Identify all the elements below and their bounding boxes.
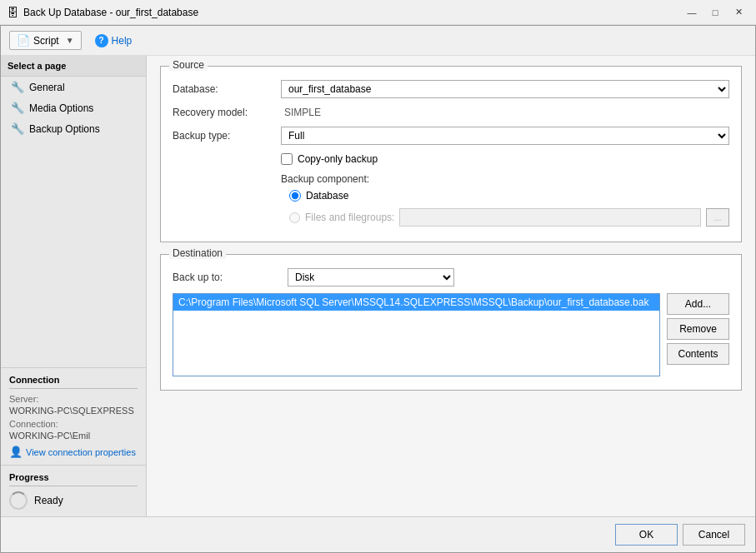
ok-button[interactable]: OK <box>615 524 678 546</box>
script-dropdown-arrow: ▼ <box>66 36 74 45</box>
add-button[interactable]: Add... <box>667 293 729 315</box>
media-options-icon: 🔧 <box>11 102 24 114</box>
backup-to-select[interactable]: Disk URL <box>288 268 454 286</box>
recovery-model-value: SIMPLE <box>281 105 324 120</box>
progress-status-text: Ready <box>34 495 63 506</box>
sidebar-item-media-options[interactable]: 🔧 Media Options <box>1 97 146 118</box>
connection-link-icon: 👤 <box>9 446 23 458</box>
destination-group: Destination Back up to: Disk URL <box>160 254 742 391</box>
backup-to-label: Back up to: <box>173 272 281 283</box>
destination-buttons: Add... Remove Contents <box>667 293 729 380</box>
backup-type-select[interactable]: Full Differential Transaction Log <box>281 127 729 145</box>
contents-button[interactable]: Contents <box>667 343 729 365</box>
server-value: WORKING-PC\SQLEXPRESS <box>9 406 134 416</box>
backup-to-row: Back up to: Disk URL <box>173 268 729 286</box>
sidebar-item-label-backup-options: Backup Options <box>29 123 100 135</box>
backup-type-row: Backup type: Full Differential Transacti… <box>173 127 729 145</box>
connection-title: Connection <box>9 375 138 389</box>
connection-label: Connection: <box>9 419 58 429</box>
title-bar-title: Back Up Database - our_first_database <box>23 7 198 18</box>
help-button[interactable]: ? Help <box>88 32 139 50</box>
connection-section: Connection Server: WORKING-PC\SQLEXPRESS… <box>1 367 146 465</box>
destination-list-container: C:\Program Files\Microsoft SQL Server\MS… <box>173 293 660 380</box>
destination-list[interactable]: C:\Program Files\Microsoft SQL Server\MS… <box>173 293 660 376</box>
toolbar: 📄 Script ▼ ? Help <box>1 26 755 56</box>
dialog: 📄 Script ▼ ? Help Select a page 🔧 Genera… <box>0 25 756 553</box>
copy-only-label: Copy-only backup <box>298 153 378 165</box>
server-value-row: WORKING-PC\SQLEXPRESS <box>9 406 138 416</box>
server-label: Server: <box>9 394 38 404</box>
connection-link-label: View connection properties <box>26 447 136 457</box>
server-label-row: Server: <box>9 394 138 404</box>
backup-options-icon: 🔧 <box>11 122 24 135</box>
connection-value-row: WORKING-PC\Emil <box>9 431 138 441</box>
remove-button[interactable]: Remove <box>667 318 729 340</box>
progress-title: Progress <box>9 472 138 486</box>
main-panel: Source Database: our_first_database Re <box>147 56 755 516</box>
recovery-model-label: Recovery model: <box>173 107 281 118</box>
connection-value: WORKING-PC\Emil <box>9 431 90 441</box>
copy-only-row: Copy-only backup <box>173 153 729 165</box>
maximize-button[interactable]: □ <box>704 4 726 21</box>
backup-component-label: Backup component: <box>173 173 729 185</box>
progress-status-row: Ready <box>9 491 138 510</box>
title-bar: 🗄 Back Up Database - our_first_database … <box>0 0 756 25</box>
minimize-button[interactable]: — <box>681 4 703 21</box>
destination-area: C:\Program Files\Microsoft SQL Server\MS… <box>173 293 729 380</box>
script-button[interactable]: 📄 Script ▼ <box>9 31 82 50</box>
progress-section: Progress Ready <box>1 465 146 516</box>
backup-type-control: Full Differential Transaction Log <box>281 127 729 145</box>
files-browse-button[interactable]: ... <box>706 208 729 227</box>
sidebar-item-general[interactable]: 🔧 General <box>1 77 146 97</box>
sidebar-section-title: Select a page <box>1 56 146 77</box>
general-icon: 🔧 <box>11 81 24 93</box>
files-radio[interactable] <box>289 212 300 223</box>
backup-type-label: Backup type: <box>173 130 281 142</box>
sidebar-item-label-media-options: Media Options <box>29 102 93 114</box>
files-radio-row: Files and filegroups: ... <box>173 208 729 227</box>
database-radio[interactable] <box>289 190 301 202</box>
help-label: Help <box>112 35 133 47</box>
source-group-title: Source <box>169 59 208 71</box>
sidebar-item-label-general: General <box>29 82 65 93</box>
files-radio-label: Files and filegroups: <box>305 212 394 223</box>
recovery-model-row: Recovery model: SIMPLE <box>173 107 729 118</box>
recovery-model-control: SIMPLE <box>281 107 729 118</box>
bottom-bar: OK Cancel <box>1 516 755 552</box>
view-connection-properties-link[interactable]: 👤 View connection properties <box>9 446 138 458</box>
source-group: Source Database: our_first_database Re <box>160 66 742 242</box>
sidebar-item-backup-options[interactable]: 🔧 Backup Options <box>1 118 146 139</box>
copy-only-checkbox[interactable] <box>281 153 293 165</box>
database-radio-row: Database <box>173 190 729 202</box>
source-group-content: Database: our_first_database Recovery mo… <box>161 67 741 242</box>
destination-group-title: Destination <box>169 247 226 259</box>
help-icon: ? <box>95 34 108 47</box>
script-icon: 📄 <box>17 34 30 47</box>
files-input <box>399 208 701 227</box>
database-row: Database: our_first_database <box>173 80 729 98</box>
app-icon: 🗄 <box>7 6 18 19</box>
progress-spinner <box>9 491 28 510</box>
script-label: Script <box>33 35 59 47</box>
connection-label-row: Connection: <box>9 419 138 429</box>
sidebar: Select a page 🔧 General 🔧 Media Options … <box>1 56 147 516</box>
database-control: our_first_database <box>281 80 729 98</box>
database-radio-label: Database <box>306 190 348 202</box>
close-button[interactable]: ✕ <box>728 4 749 21</box>
cancel-button[interactable]: Cancel <box>683 524 745 546</box>
destination-content: Back up to: Disk URL C:\Program Files\Mi… <box>161 255 741 390</box>
database-select[interactable]: our_first_database <box>281 80 729 98</box>
destination-list-item[interactable]: C:\Program Files\Microsoft SQL Server\MS… <box>173 294 659 311</box>
database-label: Database: <box>173 83 281 95</box>
content-area: Select a page 🔧 General 🔧 Media Options … <box>1 56 755 516</box>
